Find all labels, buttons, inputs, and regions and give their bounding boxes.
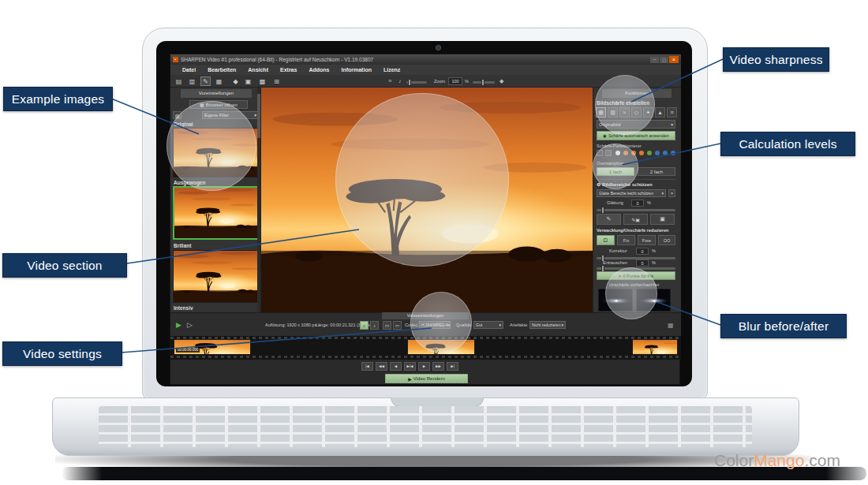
volume-icon: ♪ xyxy=(398,78,402,84)
target-icon: ⊡ xyxy=(604,237,608,244)
correction-value[interactable]: 0 xyxy=(636,248,649,255)
shake-fix-button[interactable]: Fix xyxy=(617,235,635,245)
callout-video-sharpness: Video sharpness xyxy=(723,47,829,72)
menu-addons[interactable]: Addons xyxy=(309,67,329,73)
brush-icon[interactable]: ✎ xyxy=(597,214,621,225)
copy-icon[interactable]: ▥ xyxy=(187,76,197,86)
sharpen-mountain-icon[interactable]: ▲ xyxy=(655,107,665,118)
shake-free-button[interactable]: Free xyxy=(638,235,656,245)
chevron-down-icon: ▾ xyxy=(561,323,563,327)
magnifier-circle-video-section xyxy=(335,93,509,267)
menu-ansicht[interactable]: Ansicht xyxy=(248,67,268,73)
play-pause-button[interactable]: ▶|◀ xyxy=(404,362,416,371)
film-icon[interactable]: ▩ xyxy=(257,76,268,86)
step-forward-button[interactable]: ▶ xyxy=(418,362,430,371)
denoise-percent: % xyxy=(652,261,656,266)
menu-information[interactable]: Information xyxy=(341,67,372,73)
timeline-sprockets-bottom xyxy=(170,356,681,358)
speaker-off-icon[interactable]: ♪ xyxy=(370,321,379,330)
oversampling-2x-button[interactable]: 2 fach xyxy=(638,167,675,176)
denoise-label: Entrauschen xyxy=(603,261,627,266)
menu-datei[interactable]: Datei xyxy=(182,67,196,73)
monitor-icon[interactable]: ▭ xyxy=(383,321,391,330)
minimize-button[interactable]: – xyxy=(650,57,659,63)
new-document-icon[interactable]: ▤ xyxy=(174,76,184,86)
callout-example-images: Example images xyxy=(3,87,113,111)
play-icon[interactable]: ▶ xyxy=(176,322,181,329)
sharpen-list-icon[interactable]: ≡ xyxy=(667,107,677,118)
smoothing-slider[interactable] xyxy=(597,209,675,211)
render-video-button[interactable]: ▶ Video Rendern xyxy=(385,374,468,383)
perfecter-dot-5[interactable] xyxy=(647,151,652,155)
timeline-frame-3[interactable] xyxy=(632,339,678,355)
zoom-value[interactable]: 100 xyxy=(448,77,462,85)
timeline-timecode: 00:00:00.000 xyxy=(176,348,200,353)
watermark-mango: Mango xyxy=(754,451,804,469)
monitor-2-icon[interactable]: ▭ xyxy=(393,321,402,330)
correction-label: Korrektur xyxy=(609,249,627,254)
step-back-button[interactable]: ◀ xyxy=(390,362,402,371)
magnifier-circle-video-settings xyxy=(410,292,472,353)
protect-mode-dropdown[interactable]: Glatte Bereiche leicht schützen ▾ xyxy=(597,189,666,197)
render-icon: ▶ xyxy=(408,376,412,382)
perfecter-dot-7[interactable] xyxy=(663,151,668,155)
preset-label-intensiv: Intensiv xyxy=(174,306,193,312)
maximize-button[interactable]: ▢ xyxy=(660,57,668,63)
perfecter-dot-4[interactable] xyxy=(639,151,644,155)
lens-icon: ◉ xyxy=(603,133,607,138)
film-grid-icon[interactable]: ▦ xyxy=(668,322,674,329)
speaker-on-icon[interactable]: ♪ xyxy=(360,321,369,330)
menu-bearbeiten[interactable]: Bearbeiten xyxy=(208,67,236,73)
camera-icon[interactable]: ▣ xyxy=(243,76,253,86)
smoothing-value[interactable]: 0 xyxy=(631,200,644,207)
volume-slider[interactable] xyxy=(406,81,427,84)
callout-video-section: Video section xyxy=(2,253,127,278)
close-button[interactable]: × xyxy=(669,56,679,63)
webcam-icon xyxy=(436,46,440,50)
chevron-down-icon: ▾ xyxy=(661,191,664,196)
laptop-base xyxy=(52,397,799,456)
zoom-slider[interactable] xyxy=(473,81,495,84)
watermark-com: .com xyxy=(804,451,840,469)
shake-target-button[interactable]: ⊡ xyxy=(597,235,615,245)
expand-chevron-icon[interactable]: » xyxy=(388,77,391,84)
fast-rewind-button[interactable]: ◀◀ xyxy=(376,362,387,371)
zoom-percent: % xyxy=(465,80,469,84)
preview-play-icon[interactable]: ▷ xyxy=(187,322,193,329)
camera-protect-icon[interactable]: ▣ xyxy=(650,214,675,225)
wand-icon[interactable]: ✎ xyxy=(200,76,211,86)
menu-bar: Datei Bearbeiten Ansicht Extras Addons I… xyxy=(170,65,681,75)
zoom-fit-icon[interactable]: ◆ xyxy=(499,78,503,84)
perfecter-dot-6[interactable] xyxy=(655,151,660,155)
close-icon: × xyxy=(671,191,674,196)
protect-clear-button[interactable]: × xyxy=(668,189,675,197)
shake-oo-button[interactable]: OO xyxy=(658,235,675,245)
quality-dropdown[interactable]: Gut ▾ xyxy=(473,321,503,329)
perfecter-dot-8[interactable] xyxy=(671,151,675,155)
go-to-start-button[interactable]: |◀ xyxy=(361,362,373,371)
timeline-frame-1[interactable]: 00:00:00.000 xyxy=(174,339,251,355)
magnifier-circle-calculation-levels xyxy=(593,144,638,189)
artifacts-value: Nicht reduzieren xyxy=(532,323,560,327)
smoothing-percent: % xyxy=(647,201,651,206)
menu-lizenz[interactable]: Lizenz xyxy=(383,67,400,73)
presets-scrollbar[interactable] xyxy=(257,88,260,312)
artifacts-label: Artefakte: xyxy=(510,323,529,328)
preset-thumbnail-brillant[interactable] xyxy=(173,250,259,303)
zoom-label: Zoom xyxy=(434,80,445,84)
chevron-down-icon: ▾ xyxy=(254,113,256,118)
preset-thumbnail-ausgewogen-selected[interactable] xyxy=(173,186,259,240)
brush-camera-icon[interactable]: ✎▣ xyxy=(623,214,648,225)
go-to-end-button[interactable]: ▶| xyxy=(447,362,458,371)
crop-icon[interactable]: ⊞ xyxy=(271,76,282,86)
colormango-watermark: ColorMango.com xyxy=(714,451,840,470)
fast-forward-button[interactable]: ▶▶ xyxy=(432,362,444,371)
presets-panel-header[interactable]: Voreinstellungen xyxy=(181,89,252,98)
chevron-down-icon: ▾ xyxy=(671,122,673,127)
gem-icon[interactable]: ◆ xyxy=(230,76,241,86)
layout-icon[interactable]: ▦ xyxy=(214,76,224,86)
menu-extras[interactable]: Extras xyxy=(280,67,297,73)
artifacts-dropdown[interactable]: Nicht reduzieren ▾ xyxy=(529,321,566,329)
denoise-value[interactable]: 0 xyxy=(636,259,649,267)
window-title: SHARPEN Video #1 professional (64-Bit) -… xyxy=(181,57,373,62)
